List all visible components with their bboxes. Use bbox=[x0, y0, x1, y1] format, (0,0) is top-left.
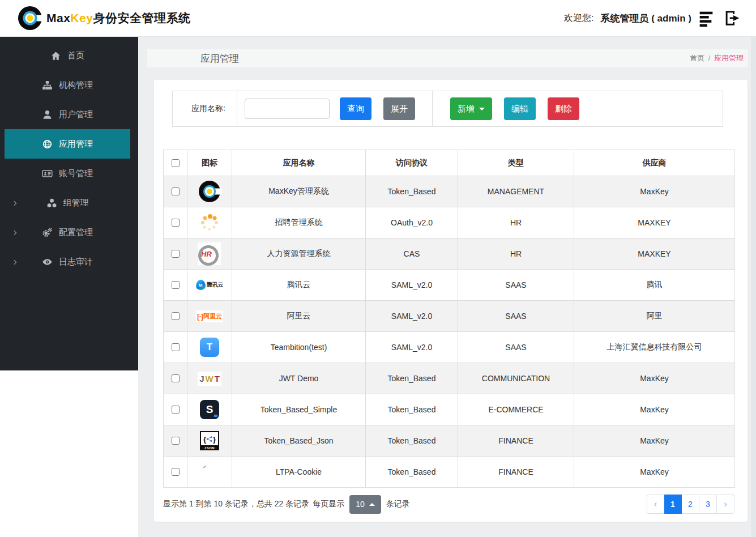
logout-icon[interactable] bbox=[723, 9, 741, 27]
page-title: 应用管理 bbox=[200, 52, 239, 65]
brand-cn: 身份安全管理系统 bbox=[93, 11, 190, 24]
sidebar-item-label: 应用管理 bbox=[59, 139, 93, 150]
app-protocol: Token_Based bbox=[366, 457, 458, 488]
col-header-protocol: 访问协议 bbox=[366, 150, 458, 176]
sidebar: 首页 机构管理 用户管理 应用管理 账号管理 组管理 bbox=[0, 36, 138, 370]
col-header-type: 类型 bbox=[458, 150, 574, 176]
table-row[interactable]: HR 人力资源管理系统 CAS HR MAXKEY bbox=[164, 238, 735, 270]
teambition-icon: T bbox=[200, 338, 219, 357]
eye-icon bbox=[42, 257, 53, 267]
row-checkbox[interactable] bbox=[172, 250, 180, 258]
sidebar-item-label: 用户管理 bbox=[59, 109, 93, 120]
list-icon[interactable] bbox=[698, 9, 716, 27]
table-row[interactable]: LTPA-Cookie Token_Based FINANCE MaxKey bbox=[164, 457, 735, 488]
content-panel: 应用名称: 查询 展开 新增 编辑 删除 图标 应用名称 访问协议 bbox=[154, 80, 748, 522]
app-protocol: CAS bbox=[366, 238, 458, 270]
page-size-dropdown[interactable]: 10 bbox=[349, 495, 381, 514]
table-row[interactable]: MaxKey管理系统 Token_Based MANAGEMENT MaxKey bbox=[164, 176, 735, 207]
sidebar-item-label: 首页 bbox=[67, 50, 84, 61]
edit-button[interactable]: 编辑 bbox=[504, 97, 536, 120]
table-row[interactable]: [-]阿里云 阿里云 SAML_v2.0 SAAS 阿里 bbox=[164, 301, 735, 332]
col-header-name: 应用名称 bbox=[232, 150, 366, 176]
app-type: FINANCE bbox=[458, 457, 574, 488]
brand-max: Max bbox=[46, 11, 70, 24]
brand: MaxKey身份安全管理系统 bbox=[18, 6, 190, 30]
page-buttons: ‹ 1 2 3 › bbox=[647, 495, 734, 514]
next-page-button[interactable]: › bbox=[717, 495, 734, 514]
sidebar-item-config[interactable]: 配置管理 bbox=[5, 218, 130, 247]
row-checkbox[interactable] bbox=[172, 374, 180, 382]
app-type: MANAGEMENT bbox=[458, 176, 574, 207]
scrollbar[interactable] bbox=[751, 36, 756, 537]
table-row[interactable]: 招聘管理系统 OAuth_v2.0 HR MAXKEY bbox=[164, 207, 735, 238]
app-protocol: OAuth_v2.0 bbox=[366, 207, 458, 238]
apps-table: 图标 应用名称 访问协议 类型 供应商 MaxKey管理系统 Token_Bas… bbox=[163, 150, 735, 488]
row-checkbox[interactable] bbox=[172, 219, 180, 227]
home-icon bbox=[50, 50, 61, 61]
table-row[interactable]: S Token_Based_Simple Token_Based E-COMME… bbox=[164, 394, 735, 425]
brand-key: Key bbox=[70, 11, 93, 24]
table-row[interactable]: M腾讯云 腾讯云 SAML_v2.0 SAAS 腾讯 bbox=[164, 270, 735, 301]
row-checkbox[interactable] bbox=[172, 468, 180, 476]
row-checkbox[interactable] bbox=[172, 281, 180, 289]
breadcrumb-current: 应用管理 bbox=[714, 54, 744, 62]
row-checkbox[interactable] bbox=[172, 187, 180, 195]
tencent-cloud-icon: M腾讯云 bbox=[194, 279, 225, 291]
page-button-1[interactable]: 1 bbox=[664, 495, 682, 514]
toolbar-divider bbox=[432, 91, 433, 126]
prev-page-button[interactable]: ‹ bbox=[647, 495, 664, 514]
chevron-right-icon bbox=[11, 229, 19, 236]
sidebar-item-apps[interactable]: 应用管理 bbox=[5, 129, 130, 159]
welcome-area: 欢迎您: 系统管理员 ( admin ) bbox=[564, 9, 741, 27]
row-checkbox[interactable] bbox=[172, 343, 180, 351]
select-all-checkbox[interactable] bbox=[172, 159, 180, 167]
app-name: 招聘管理系统 bbox=[232, 207, 366, 238]
sidebar-item-groups[interactable]: 组管理 bbox=[5, 188, 130, 218]
expand-button[interactable]: 展开 bbox=[383, 97, 415, 120]
dots-spinner-icon bbox=[199, 212, 220, 233]
records-summary: 显示第 1 到第 10 条记录，总共 22 条记录 bbox=[163, 499, 309, 509]
hr-logo-icon: HR bbox=[198, 242, 221, 265]
app-type: HR bbox=[458, 238, 574, 270]
app-vendor: MaxKey bbox=[574, 394, 735, 425]
app-vendor: MAXKEY bbox=[574, 207, 735, 238]
aliyun-icon: [-]阿里云 bbox=[196, 310, 223, 322]
app-type: HR bbox=[458, 207, 574, 238]
add-button[interactable]: 新增 bbox=[450, 97, 492, 120]
table-row[interactable]: T Teambition(test) SAML_v2.0 SAAS 上海汇翼信息… bbox=[164, 332, 735, 363]
app-name: Teambition(test) bbox=[232, 332, 366, 363]
app-protocol: SAML_v2.0 bbox=[366, 332, 458, 363]
sidebar-item-home[interactable]: 首页 bbox=[5, 41, 130, 70]
breadcrumb-home[interactable]: 首页 bbox=[690, 54, 704, 62]
app-name: Token_Based_Json bbox=[232, 425, 366, 457]
app-protocol: Token_Based bbox=[366, 363, 458, 394]
sidebar-item-audit[interactable]: 日志审计 bbox=[5, 247, 130, 276]
app-name: JWT Demo bbox=[232, 363, 366, 394]
app-name: MaxKey管理系统 bbox=[232, 176, 366, 207]
app-type: SAAS bbox=[458, 332, 574, 363]
delete-button[interactable]: 删除 bbox=[548, 97, 579, 120]
sidebar-item-users[interactable]: 用户管理 bbox=[5, 100, 130, 129]
app-name-input[interactable] bbox=[245, 99, 330, 119]
row-checkbox[interactable] bbox=[172, 406, 180, 414]
main-content: 应用管理 首页 / 应用管理 应用名称: 查询 展开 新增 编辑 删除 bbox=[138, 36, 756, 537]
app-vendor: 上海汇翼信息科技有限公司 bbox=[574, 332, 735, 363]
query-button[interactable]: 查询 bbox=[340, 97, 371, 120]
page-button-3[interactable]: 3 bbox=[699, 495, 717, 514]
caret-down-icon bbox=[479, 108, 485, 110]
ltpa-ring-icon bbox=[201, 463, 218, 480]
page-button-2[interactable]: 2 bbox=[682, 495, 699, 514]
page-size-label: 每页显示 bbox=[313, 499, 344, 509]
row-checkbox[interactable] bbox=[172, 437, 180, 445]
sidebar-item-label: 机构管理 bbox=[59, 80, 93, 91]
welcome-label: 欢迎您: bbox=[564, 12, 593, 24]
sidebar-item-label: 日志审计 bbox=[59, 257, 93, 267]
table-row[interactable]: {}JSON Token_Based_Json Token_Based FINA… bbox=[164, 425, 735, 457]
json-icon: {}JSON bbox=[200, 431, 219, 450]
row-checkbox[interactable] bbox=[172, 312, 180, 320]
app-protocol: Token_Based bbox=[366, 425, 458, 457]
sidebar-item-accounts[interactable]: 账号管理 bbox=[5, 159, 130, 188]
table-header-row: 图标 应用名称 访问协议 类型 供应商 bbox=[164, 150, 735, 176]
table-row[interactable]: JWT JWT Demo Token_Based COMMUNICATION M… bbox=[164, 363, 735, 394]
sidebar-item-org[interactable]: 机构管理 bbox=[5, 70, 130, 100]
